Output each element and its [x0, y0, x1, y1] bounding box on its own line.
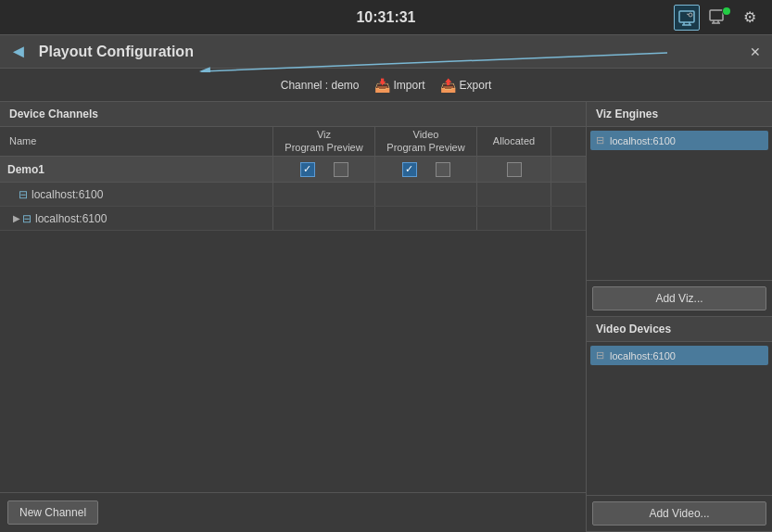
col-viz-program: VizProgram Preview — [273, 127, 375, 156]
monitor-icon-btn[interactable] — [674, 5, 700, 31]
export-icon: 📤 — [440, 78, 456, 93]
svg-rect-0 — [679, 11, 694, 22]
main-content: Device Channels Name VizProgram Preview … — [0, 102, 772, 532]
expand-icon[interactable]: ▶ — [13, 213, 20, 223]
cast-icon-btn[interactable] — [705, 5, 731, 31]
settings-icon-btn[interactable]: ⚙ — [737, 5, 763, 31]
video-devices-header: Video Devices — [587, 317, 772, 342]
viz-engines-header: Viz Engines — [587, 102, 772, 127]
col-video-program: VideoProgram Preview — [375, 127, 477, 156]
new-channel-button[interactable]: New Channel — [7, 500, 98, 525]
device-channels-header: Device Channels — [0, 102, 586, 127]
export-label: Export — [460, 79, 492, 92]
viz-prog-checkbox[interactable] — [300, 162, 315, 177]
video-devices-bottom: Add Video... — [587, 495, 772, 531]
header-bar: ◄ Playout Configuration ✕ — [0, 35, 772, 69]
import-button[interactable]: 📥 Import — [374, 78, 425, 93]
title-bar: 10:31:31 ⚙ — [0, 0, 772, 35]
channel-toolbar: Channel : demo 📥 Import 📤 Export — [0, 69, 772, 102]
list-item[interactable]: ⊟ localhost:6100 — [590, 346, 768, 365]
list-item[interactable]: ⊟ localhost:6100 — [590, 131, 768, 150]
col-name: Name — [0, 127, 273, 156]
svg-rect-6 — [710, 10, 723, 20]
arrow-icon: ◄ — [9, 41, 28, 62]
time-display: 10:31:31 — [356, 9, 415, 26]
add-video-button[interactable]: Add Video... — [592, 501, 766, 526]
allocated-checkbox[interactable] — [507, 162, 522, 177]
close-button[interactable]: ✕ — [746, 43, 765, 61]
video-device-icon: ⊟ — [596, 349, 604, 361]
vid-prev-checkbox[interactable] — [436, 162, 450, 177]
table-row: ⊟ localhost:6100 — [0, 183, 586, 207]
right-panel: Viz Engines ⊟ localhost:6100 Add Viz... … — [587, 102, 772, 532]
child-row-name: localhost:6100 — [32, 188, 103, 201]
add-viz-button[interactable]: Add Viz... — [592, 286, 766, 310]
tree-icon: ⊟ — [19, 188, 28, 201]
viz-engines-list: ⊟ localhost:6100 — [587, 127, 772, 280]
import-icon: 📥 — [374, 78, 390, 93]
viz-engines-bottom: Add Viz... — [587, 280, 772, 316]
col-allocated: Allocated — [477, 127, 551, 156]
row-name: Demo1 — [7, 163, 44, 176]
tree-icon: ⊟ — [22, 212, 32, 225]
vid-prog-checkbox[interactable] — [402, 162, 417, 177]
viz-engine-icon: ⊟ — [596, 134, 604, 146]
table-header: Name VizProgram Preview VideoProgram Pre… — [0, 127, 586, 157]
svg-point-4 — [689, 13, 692, 17]
table-row: Demo1 — [0, 157, 586, 183]
viz-engine-label: localhost:6100 — [610, 135, 676, 146]
video-devices-list: ⊟ localhost:6100 — [587, 342, 772, 495]
export-button[interactable]: 📤 Export — [440, 78, 492, 93]
viz-engines-section: Viz Engines ⊟ localhost:6100 Add Viz... — [587, 102, 772, 317]
table-body: Demo1 ⊟ localhost:6100 — [0, 157, 586, 492]
child-row-name: localhost:6100 — [35, 212, 107, 225]
channel-label: Channel : demo — [281, 79, 360, 92]
left-panel: Device Channels Name VizProgram Preview … — [0, 102, 587, 532]
video-devices-section: Video Devices ⊟ localhost:6100 Add Video… — [587, 317, 772, 532]
left-bottom: New Channel — [0, 492, 586, 532]
video-device-label: localhost:6100 — [610, 350, 676, 361]
table-row: ▶ ⊟ localhost:6100 — [0, 207, 586, 231]
viz-prev-checkbox[interactable] — [334, 162, 348, 177]
import-label: Import — [394, 79, 425, 92]
page-title: ◄ Playout Configuration — [9, 41, 194, 62]
